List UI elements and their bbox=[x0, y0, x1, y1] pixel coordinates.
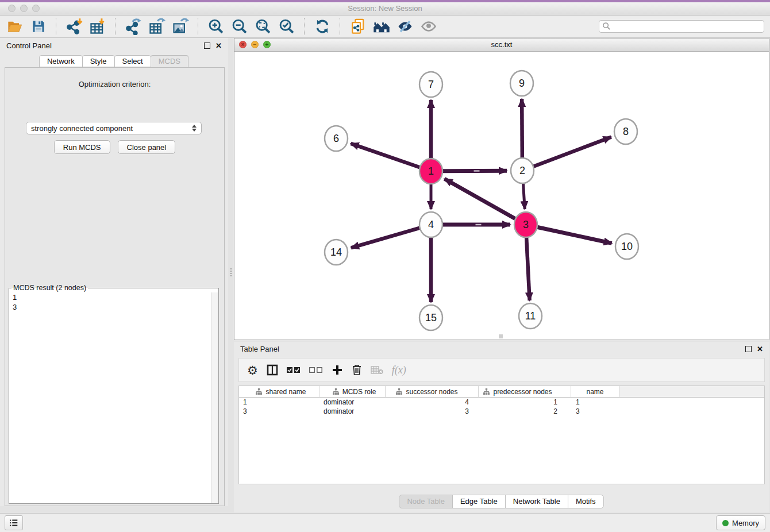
column-header-name[interactable]: name bbox=[571, 386, 619, 397]
graph-node-label: 7 bbox=[428, 79, 434, 90]
node-table: shared name MCDS role successor nodes pr… bbox=[238, 385, 765, 484]
table-panel-tabs: Node Table Edge Table Network Table Moti… bbox=[234, 495, 769, 508]
task-history-button[interactable] bbox=[5, 515, 23, 530]
zoom-in-icon[interactable] bbox=[207, 17, 225, 36]
cell-successor-nodes[interactable]: 3 bbox=[386, 407, 479, 415]
graph-edge-2-3[interactable] bbox=[523, 182, 525, 209]
mcds-result-line: 1 bbox=[13, 292, 215, 302]
close-table-panel-icon[interactable]: ✕ bbox=[757, 345, 763, 353]
unselect-all-columns-icon[interactable] bbox=[309, 363, 323, 377]
column-header-predecessor-nodes[interactable]: predecessor nodes bbox=[479, 386, 571, 397]
control-panel-title: Control Panel bbox=[6, 41, 204, 50]
graph-node-label: 10 bbox=[621, 241, 633, 252]
graph-edge-3-11[interactable] bbox=[526, 236, 530, 300]
column-label: name bbox=[586, 388, 603, 396]
tab-motifs[interactable]: Motifs bbox=[568, 495, 604, 508]
graph-edge-1-6[interactable] bbox=[351, 144, 421, 168]
tab-style[interactable]: Style bbox=[82, 55, 115, 67]
optimization-criterion-label: Optimization criterion: bbox=[5, 80, 224, 88]
column-header-successor-nodes[interactable]: successor nodes bbox=[386, 386, 479, 397]
float-table-panel-icon[interactable] bbox=[745, 346, 752, 352]
table-row[interactable]: 1 dominator 4 1 1 bbox=[239, 398, 764, 407]
import-network-icon[interactable] bbox=[65, 17, 83, 36]
create-column-icon[interactable] bbox=[332, 363, 343, 377]
column-label: MCDS role bbox=[342, 388, 376, 396]
criterion-dropdown[interactable]: strongly connected component bbox=[26, 122, 202, 134]
graph-edge-2-8[interactable] bbox=[533, 137, 611, 167]
refresh-layout-icon[interactable] bbox=[313, 17, 332, 36]
export-network-icon[interactable] bbox=[124, 17, 143, 36]
delete-column-icon[interactable] bbox=[352, 363, 362, 377]
show-all-icon[interactable] bbox=[419, 17, 438, 36]
zoom-fit-icon[interactable] bbox=[254, 17, 272, 36]
graph-edge-2-9[interactable] bbox=[522, 99, 522, 159]
cell-name[interactable]: 1 bbox=[571, 398, 619, 406]
cell-mcds-role[interactable]: dominator bbox=[319, 407, 386, 415]
main-toolbar bbox=[0, 16, 770, 38]
clone-network-icon[interactable] bbox=[349, 17, 367, 36]
canvas-resize-handle[interactable] bbox=[499, 334, 503, 338]
status-bar: Memory bbox=[0, 513, 770, 532]
tab-network[interactable]: Network bbox=[39, 55, 83, 67]
network-view-window: × − + scc.txt 1234678910111415 bbox=[234, 38, 769, 340]
graph-edge-3-10[interactable] bbox=[537, 227, 612, 243]
show-columns-icon[interactable] bbox=[267, 363, 278, 377]
table-row[interactable]: 3 dominator 3 2 3 bbox=[239, 407, 764, 416]
cell-shared-name[interactable]: 3 bbox=[239, 407, 319, 415]
close-panel-icon[interactable]: ✕ bbox=[215, 42, 222, 49]
network-canvas-svg: 1234678910111415 bbox=[234, 52, 769, 340]
cell-predecessor-nodes[interactable]: 2 bbox=[479, 407, 571, 415]
hide-selected-icon[interactable] bbox=[396, 17, 414, 36]
column-header-shared-name[interactable]: shared name bbox=[239, 386, 319, 397]
open-session-icon[interactable] bbox=[6, 17, 24, 36]
run-mcds-button[interactable]: Run MCDS bbox=[54, 140, 110, 154]
export-image-icon[interactable] bbox=[171, 17, 190, 36]
mcds-result-box: MCDS result (2 nodes) 1 3 bbox=[9, 284, 219, 504]
table-panel-header: Table Panel ✕ bbox=[234, 342, 769, 356]
cell-successor-nodes[interactable]: 4 bbox=[386, 398, 479, 406]
mcds-panel: Optimization criterion: strongly connect… bbox=[5, 67, 225, 506]
tab-mcds[interactable]: MCDS bbox=[151, 55, 188, 67]
toolbar-separator bbox=[115, 18, 116, 35]
network-canvas[interactable]: 1234678910111415 bbox=[234, 52, 769, 340]
network-window-titlebar[interactable]: × − + scc.txt bbox=[234, 38, 769, 52]
cell-mcds-role[interactable]: dominator bbox=[319, 398, 386, 406]
tab-network-table[interactable]: Network Table bbox=[505, 495, 568, 508]
tab-node-table[interactable]: Node Table bbox=[399, 495, 453, 508]
cell-predecessor-nodes[interactable]: 1 bbox=[479, 398, 571, 406]
zoom-selected-icon[interactable] bbox=[278, 17, 296, 36]
dropdown-stepper-icon bbox=[192, 125, 197, 132]
toolbar-separator bbox=[56, 18, 57, 35]
zoom-out-icon[interactable] bbox=[230, 17, 249, 36]
graph-edge-3-1[interactable] bbox=[445, 179, 516, 219]
control-panel-tabs: Network Style Select MCDS bbox=[0, 55, 228, 67]
search-input[interactable] bbox=[599, 20, 764, 33]
import-table-icon[interactable] bbox=[88, 17, 107, 36]
first-neighbors-icon[interactable] bbox=[372, 17, 391, 36]
cell-name[interactable]: 3 bbox=[571, 407, 619, 415]
header-filler bbox=[619, 386, 764, 397]
column-type-icon bbox=[256, 388, 262, 395]
float-panel-icon[interactable] bbox=[204, 43, 210, 49]
tab-edge-table[interactable]: Edge Table bbox=[452, 495, 506, 508]
export-table-icon[interactable] bbox=[148, 17, 166, 36]
close-panel-button[interactable]: Close panel bbox=[118, 140, 176, 154]
select-all-columns-icon[interactable] bbox=[287, 363, 301, 377]
cell-shared-name[interactable]: 1 bbox=[239, 398, 319, 406]
graph-node-label: 3 bbox=[523, 219, 529, 230]
tab-select[interactable]: Select bbox=[114, 55, 151, 67]
table-settings-gear-icon[interactable]: ⚙ bbox=[247, 363, 258, 377]
control-panel: Control Panel ✕ Network Style Select MCD… bbox=[0, 38, 228, 506]
list-icon bbox=[9, 518, 19, 528]
result-scrollbar[interactable] bbox=[211, 292, 218, 503]
mcds-result-legend: MCDS result (2 nodes) bbox=[11, 284, 88, 292]
table-panel: Table Panel ✕ ⚙ f(x) share bbox=[234, 342, 769, 512]
graph-edge-4-14[interactable] bbox=[351, 228, 420, 248]
function-builder-icon: f(x) bbox=[392, 363, 406, 377]
toolbar-separator bbox=[340, 18, 341, 35]
memory-button[interactable]: Memory bbox=[716, 515, 765, 530]
column-header-mcds-role[interactable]: MCDS role bbox=[319, 386, 386, 397]
delete-table-icon bbox=[371, 363, 383, 377]
save-session-icon[interactable] bbox=[29, 17, 48, 36]
search-box[interactable] bbox=[599, 20, 764, 33]
